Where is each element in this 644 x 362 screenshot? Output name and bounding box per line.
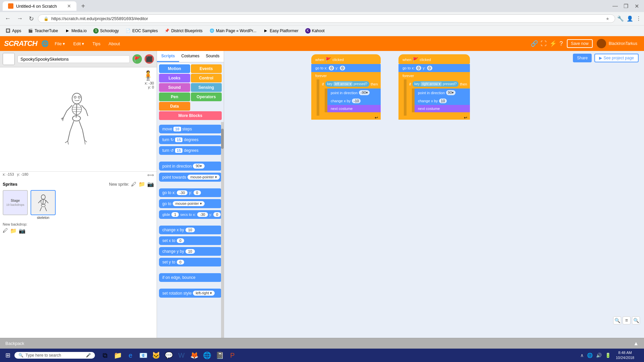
tab-close-button[interactable]: ✕: [67, 3, 71, 9]
save-now-button[interactable]: Save now: [567, 39, 593, 48]
point-dir-block-2[interactable]: point in direction 90▾: [415, 88, 470, 97]
block-change-x-value[interactable]: 10: [185, 228, 195, 232]
taskbar-app6[interactable]: 💬: [163, 349, 175, 361]
paint-sprite-icon[interactable]: 🖊: [131, 181, 137, 187]
cat-pen[interactable]: Pen: [159, 93, 190, 101]
cat-control[interactable]: Control: [191, 74, 222, 82]
turbo-icon[interactable]: ⚡: [549, 40, 557, 47]
condition-2[interactable]: key right arrow ▾ pressed?: [413, 81, 459, 87]
x-val-1[interactable]: 0: [329, 66, 334, 70]
menu-file[interactable]: File ▾: [53, 41, 67, 47]
cat-more-blocks[interactable]: More Blocks: [159, 111, 222, 120]
resize-handle[interactable]: ⟺: [147, 172, 154, 178]
fullscreen-icon[interactable]: ⛶: [541, 40, 547, 47]
systray-arrow[interactable]: ∧: [579, 353, 585, 358]
green-flag-button[interactable]: 🚩: [132, 54, 142, 64]
new-tab-button[interactable]: +: [79, 2, 87, 10]
scrollbar-thumb[interactable]: [221, 129, 224, 149]
block-point-towards[interactable]: point towards mouse-pointer ▾: [159, 173, 222, 182]
cat-operators[interactable]: Operators: [191, 93, 222, 101]
if-block-2[interactable]: if key right arrow ▾ pressed? then: [407, 79, 470, 88]
block-move-value[interactable]: 10: [173, 127, 181, 131]
scripting-area[interactable]: when 🚩 clicked go to x: 0 y: 0 forever i…: [224, 51, 644, 338]
block-glide-x[interactable]: -30: [197, 212, 208, 217]
copy-link-icon[interactable]: 🔗: [531, 40, 538, 47]
hat-block-2[interactable]: when 🚩 clicked: [398, 54, 470, 64]
block-goto-dropdown[interactable]: mouse-pointer ▾: [173, 201, 205, 206]
block-turn-cw-value[interactable]: 15: [175, 137, 182, 142]
see-project-button[interactable]: ▶ See project page: [594, 54, 639, 62]
point-dir-block-1[interactable]: point in direction -90▾: [327, 88, 381, 97]
forever-block-2[interactable]: forever: [398, 72, 470, 79]
taskbar-taskview[interactable]: ⧉: [99, 349, 111, 361]
camera-sprite-icon[interactable]: 📷: [147, 181, 154, 187]
dir-val-1[interactable]: -90▾: [359, 90, 370, 95]
key-dropdown-2[interactable]: right arrow ▾: [421, 82, 442, 86]
key-dropdown-1[interactable]: left arrow ▾: [333, 82, 353, 86]
stage-thumb[interactable]: Stage 19 backdrops: [3, 190, 28, 215]
taskbar-clock[interactable]: 8:48 AM 10/24/2018: [613, 350, 637, 361]
taskbar-onenote[interactable]: 📓: [214, 349, 226, 361]
cat-sound[interactable]: Sound: [159, 83, 190, 92]
forever-block-1[interactable]: forever: [311, 72, 381, 79]
block-towards-dropdown[interactable]: mouse-pointer ▾: [187, 175, 219, 180]
username-label[interactable]: BlackIronTarkus: [609, 41, 637, 46]
block-if-on-edge[interactable]: if on edge, bounce: [159, 273, 222, 282]
bookmark-kahoot[interactable]: K Kahoot: [303, 27, 327, 34]
next-costume-block-1[interactable]: next costume: [327, 105, 381, 112]
bookmark-district[interactable]: 📌 District Blueprints: [162, 27, 205, 34]
globe-icon[interactable]: 🌐: [41, 40, 49, 47]
start-button[interactable]: ⊞: [3, 350, 13, 360]
taskbar-ppt[interactable]: P: [226, 349, 238, 361]
hat-block-1[interactable]: when 🚩 clicked: [311, 54, 381, 64]
camera-backdrop-icon[interactable]: 📷: [19, 228, 25, 234]
zoom-out-button[interactable]: 🔍: [632, 316, 640, 324]
block-point-direction[interactable]: point in direction 90▾: [159, 162, 222, 171]
taskbar-explorer[interactable]: 📁: [112, 349, 124, 361]
cat-motion[interactable]: Motion: [159, 64, 190, 73]
cat-sensing[interactable]: Sensing: [191, 83, 222, 92]
taskbar-edge[interactable]: e: [124, 349, 137, 361]
taskbar-scratch[interactable]: 🐱: [150, 349, 162, 361]
zoom-in-button[interactable]: 🔍: [613, 316, 621, 324]
bookmark-schoology[interactable]: S Schoology: [91, 27, 121, 34]
user-avatar[interactable]: [597, 39, 606, 48]
paint-backdrop-icon[interactable]: 🖊: [3, 228, 8, 234]
block-goto-x[interactable]: -30: [177, 190, 187, 195]
block-goto-y[interactable]: 0: [194, 190, 201, 195]
taskbar-firefox[interactable]: 🦊: [188, 349, 200, 361]
taskbar-word[interactable]: W: [175, 349, 187, 361]
block-glide[interactable]: glide 1 secs to x: -30 y: 0: [159, 210, 222, 219]
tab-scripts[interactable]: Scripts: [157, 51, 179, 62]
network-icon[interactable]: 🌐: [586, 353, 594, 358]
block-set-y-value[interactable]: 0: [177, 260, 184, 264]
reload-button[interactable]: ↻: [27, 14, 36, 23]
close-window-button[interactable]: ✕: [632, 1, 641, 11]
battery-icon[interactable]: 🔋: [604, 353, 612, 358]
skeleton-sprite-item[interactable]: skeleton: [31, 190, 56, 220]
search-bar[interactable]: 🔍 Type here to search 🎤: [14, 352, 95, 359]
block-set-x-value[interactable]: 0: [177, 238, 184, 243]
next-costume-block-2[interactable]: next costume: [415, 105, 470, 112]
block-rotation-dropdown[interactable]: left-right ▾: [193, 291, 215, 296]
cat-events[interactable]: Events: [191, 64, 222, 73]
volume-icon[interactable]: 🔊: [595, 353, 603, 358]
backpack-bar[interactable]: Backpack ▲: [0, 338, 644, 349]
extensions-icon[interactable]: 🔧: [617, 15, 624, 22]
tab-sounds[interactable]: Sounds: [202, 51, 224, 62]
cat-data[interactable]: Data: [159, 102, 190, 111]
changex-val-1[interactable]: -10: [352, 99, 361, 103]
block-set-rotation[interactable]: set rotation style left-right ▾: [159, 289, 222, 298]
bookmark-teachertube[interactable]: 🎬 TeacherTube: [25, 27, 61, 34]
zoom-reset-button[interactable]: =: [623, 316, 631, 324]
block-change-y-value[interactable]: 10: [185, 249, 195, 254]
help-icon[interactable]: ?: [559, 40, 563, 47]
cat-looks[interactable]: Looks: [159, 74, 190, 82]
y-val-2[interactable]: 0: [427, 66, 432, 70]
bookmark-media[interactable]: ▶ Media.io: [62, 27, 89, 34]
block-goto-target[interactable]: go to mouse-pointer ▾: [159, 199, 222, 208]
share-button[interactable]: Share: [573, 54, 592, 62]
upload-sprite-icon[interactable]: 📁: [139, 181, 145, 187]
block-set-x[interactable]: set x to 0: [159, 236, 222, 245]
block-turn-cw[interactable]: turn ↻ 15 degrees: [159, 135, 222, 144]
